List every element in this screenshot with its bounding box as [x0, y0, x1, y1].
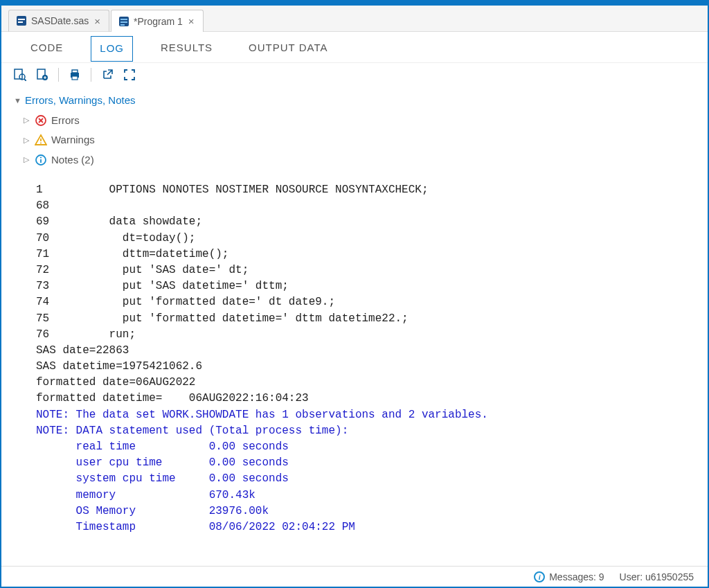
tab-log[interactable]: LOG — [91, 36, 133, 62]
log-summary-tree: ▼ Errors, Warnings, Notes ▷ Errors ▷ War… — [1, 87, 708, 177]
log-line: 71 dttm=datetime(); — [36, 247, 687, 262]
svg-rect-6 — [120, 24, 125, 26]
sub-tab-bar: CODE LOG RESULTS OUTPUT DATA — [1, 32, 708, 63]
toolbar-separator — [91, 68, 91, 82]
tree-notes[interactable]: ▷ Notes (2) — [24, 150, 695, 170]
tree-notes-label: Notes (2) — [51, 150, 94, 170]
svg-point-21 — [40, 157, 42, 158]
tree-warnings-label: Warnings — [51, 130, 95, 150]
file-tab-program1[interactable]: *Program 1 × — [111, 10, 204, 32]
tree-warnings[interactable]: ▷ Warnings — [24, 130, 695, 150]
svg-rect-1 — [18, 19, 25, 20]
toolbar-separator — [58, 68, 59, 82]
tab-results[interactable]: RESULTS — [152, 36, 221, 60]
log-line: 73 put 'SAS datetime=' dttm; — [36, 278, 687, 294]
log-line: OS Memory 23976.00k — [36, 504, 687, 519]
svg-rect-2 — [18, 21, 23, 23]
log-line: 74 put 'formatted date=' dt date9.; — [36, 294, 687, 310]
svg-line-9 — [24, 79, 26, 81]
print-icon[interactable] — [69, 69, 81, 81]
warning-icon — [35, 134, 47, 146]
log-line: 70 dt=today(); — [36, 231, 687, 247]
file-tab-label: *Program 1 — [134, 16, 183, 27]
tab-code[interactable]: CODE — [22, 36, 71, 60]
triangle-right-icon: ▷ — [24, 113, 30, 127]
status-messages[interactable]: i Messages: 9 — [534, 571, 604, 582]
error-icon — [35, 114, 47, 127]
status-user: User: u61950255 — [620, 571, 694, 582]
status-messages-label: Messages: 9 — [549, 571, 604, 582]
log-line: user cpu time 0.00 seconds — [36, 455, 687, 471]
tree-header-label: Errors, Warnings, Notes — [25, 91, 136, 111]
log-line: formatted date=06AUG2022 — [36, 375, 687, 391]
tree-errors-label: Errors — [51, 111, 80, 131]
tree-errors[interactable]: ▷ Errors — [24, 111, 695, 131]
close-icon[interactable]: × — [93, 15, 102, 27]
log-line: 76 run; — [36, 327, 687, 343]
info-icon — [35, 154, 47, 166]
log-line: formatted datetime= 06AUG2022:16:04:23 — [36, 391, 687, 407]
log-line: NOTE: DATA statement used (Total process… — [36, 423, 687, 439]
triangle-right-icon: ▷ — [24, 152, 30, 167]
log-line: real time 0.00 seconds — [36, 439, 687, 455]
save-log-icon[interactable] — [36, 69, 48, 81]
log-line: 75 put 'formatted datetime=' dttm dateti… — [36, 311, 687, 327]
status-bar: i Messages: 9 User: u61950255 — [1, 566, 708, 587]
log-line: 72 put 'SAS date=' dt; — [36, 262, 687, 278]
file-tab-sasdate[interactable]: SASDate.sas × — [8, 10, 109, 32]
close-icon[interactable]: × — [187, 15, 196, 27]
log-line: NOTE: The data set WORK.SHOWDATE has 1 o… — [36, 407, 687, 423]
svg-rect-4 — [120, 19, 127, 20]
svg-rect-13 — [72, 70, 78, 73]
log-line: 69 data showdate; — [36, 214, 687, 230]
log-line: 68 — [36, 198, 687, 214]
sas-program-icon — [118, 16, 129, 27]
log-line: Timestamp 08/06/2022 02:04:22 PM — [36, 519, 687, 535]
tab-output-data[interactable]: OUTPUT DATA — [240, 36, 336, 60]
svg-rect-14 — [72, 76, 78, 80]
search-log-icon[interactable] — [14, 69, 26, 81]
info-icon: i — [534, 571, 545, 582]
log-line: SAS datetime=1975421062.6 — [36, 359, 687, 375]
log-line: system cpu time 0.00 seconds — [36, 471, 687, 487]
log-line: 1 OPTIONS NONOTES NOSTIMER NOSOURCE NOSY… — [36, 182, 687, 198]
svg-rect-5 — [120, 21, 127, 23]
fullscreen-icon[interactable] — [123, 69, 136, 81]
popout-icon[interactable] — [101, 69, 114, 81]
log-line: memory 670.43k — [36, 488, 687, 504]
log-toolbar — [1, 63, 708, 87]
tree-header[interactable]: ▼ Errors, Warnings, Notes — [14, 91, 695, 111]
sas-file-icon — [16, 15, 27, 26]
svg-rect-0 — [17, 16, 26, 26]
triangle-right-icon: ▷ — [24, 133, 30, 148]
file-tab-bar: SASDate.sas × *Program 1 × — [1, 6, 708, 32]
log-output[interactable]: 1 OPTIONS NONOTES NOSTIMER NOSOURCE NOSY… — [1, 177, 708, 566]
svg-point-19 — [40, 143, 42, 144]
log-line: SAS date=22863 — [36, 343, 687, 359]
triangle-down-icon: ▼ — [14, 93, 21, 108]
file-tab-label: SASDate.sas — [31, 15, 89, 26]
